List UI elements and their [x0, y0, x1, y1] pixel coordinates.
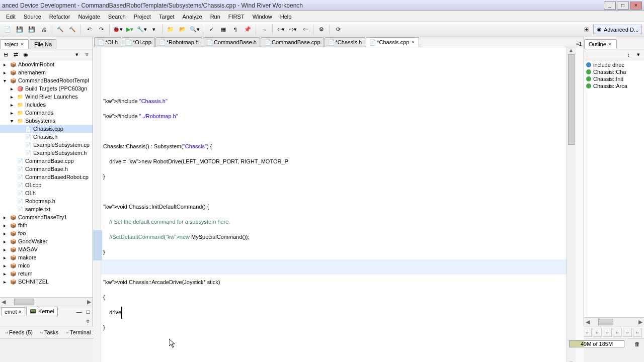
expand-icon[interactable] — [16, 149, 23, 156]
tree-item[interactable]: ▸📦return — [0, 269, 93, 278]
tree-item[interactable]: ▸📦makore — [0, 253, 93, 261]
tree-item[interactable]: ▸📁Includes — [0, 101, 93, 109]
editor-tab[interactable]: 📄*Chassis.h — [325, 37, 366, 47]
first-icon[interactable]: ⚙ — [316, 24, 327, 35]
expand-icon[interactable]: ▸ — [1, 222, 8, 229]
save-all-icon[interactable]: 💾 — [26, 24, 37, 35]
maximize-view-icon[interactable]: □ — [84, 307, 93, 316]
view-menu-icon[interactable]: ▿ — [84, 317, 93, 326]
expand-icon[interactable] — [8, 190, 15, 197]
code-editor[interactable]: "kw">#include "Chassis.h" "kw">#include … — [101, 47, 567, 362]
tree-item[interactable]: 📄Robotmap.h — [0, 197, 93, 205]
max-icon[interactable]: ▫ — [583, 328, 592, 337]
run-icon[interactable]: ▶▾ — [124, 24, 135, 35]
overview-ruler[interactable] — [575, 47, 584, 362]
print-icon[interactable]: 🖨 — [38, 24, 49, 35]
tree-item[interactable]: 📄OI.cpp — [0, 181, 93, 189]
editor-scroll-v[interactable]: ▲ ▼ — [567, 47, 575, 362]
sort-icon[interactable]: ↕ — [624, 50, 633, 59]
menu-edit[interactable]: Edit — [2, 13, 20, 21]
expand-icon[interactable]: ▸ — [1, 230, 8, 237]
expand-icon[interactable] — [16, 125, 23, 132]
close-button[interactable]: × — [630, 2, 642, 10]
outline-item[interactable]: Chassis::Arca — [585, 82, 643, 89]
menu-project[interactable]: Project — [130, 13, 155, 21]
memory-indicator[interactable]: 49M of 185M — [569, 340, 624, 347]
menu-window[interactable]: Window — [249, 13, 276, 21]
expand-icon[interactable]: ▸ — [8, 101, 15, 108]
build-all-icon[interactable]: 🔨 — [67, 24, 78, 35]
expand-icon[interactable]: ▸ — [1, 278, 8, 285]
tree-item[interactable]: 📄CommandBase.cpp — [0, 157, 93, 165]
menu-icon[interactable]: ▿ — [83, 50, 92, 59]
tree-item[interactable]: ▸📦GoodWaiter — [0, 237, 93, 245]
expand-icon[interactable]: ▸ — [1, 214, 8, 221]
menu-target[interactable]: Target — [155, 13, 179, 21]
tree-item[interactable]: 📄CommandBase.h — [0, 165, 93, 173]
outline-list[interactable]: include direcChassis::ChaChassis::InitCh… — [584, 60, 644, 317]
build-icon[interactable]: 🔨 — [55, 24, 66, 35]
editor-tab[interactable]: 📄*Robotmap.h — [155, 37, 202, 47]
tree-item[interactable]: 📄Chassis.h — [0, 133, 93, 141]
expand-icon[interactable]: ▸ — [8, 109, 15, 116]
expand-icon[interactable] — [8, 182, 15, 189]
menu-source[interactable]: Source — [20, 13, 45, 21]
tree-item[interactable]: ▸📦MAGAV — [0, 245, 93, 253]
menu-navigate[interactable]: Navigate — [74, 13, 104, 21]
expand-icon[interactable] — [8, 173, 15, 180]
tab-file-navigator[interactable]: File Na — [30, 39, 56, 49]
new-connection-icon[interactable]: 📁 — [165, 24, 176, 35]
tab-project-explorer[interactable]: roject × — [0, 39, 29, 49]
save-icon[interactable]: 💾 — [14, 24, 25, 35]
menu-search[interactable]: Search — [104, 13, 130, 21]
expand-icon[interactable] — [16, 141, 23, 148]
menu-run[interactable]: Run — [206, 13, 224, 21]
bottom-tab[interactable]: ▫Tasks — [37, 328, 62, 337]
perspective-button[interactable]: ◉ Advanced D... — [593, 25, 642, 34]
search-icon[interactable]: 🔍▾ — [189, 24, 200, 35]
open-type-icon[interactable]: 📂 — [177, 24, 188, 35]
nav-forward-icon[interactable]: ⇨▾ — [287, 24, 298, 35]
expand-icon[interactable]: ▸ — [1, 238, 8, 245]
expand-icon[interactable]: ▸ — [1, 254, 8, 261]
nav-back-icon[interactable]: ⇦▾ — [275, 24, 286, 35]
close-icon[interactable]: × — [20, 42, 24, 47]
tree-item[interactable]: ▸📦AboovimRobot — [0, 60, 93, 68]
tree-item[interactable]: ▸📦foo — [0, 229, 93, 237]
outline-scroll-h[interactable]: ◀ ▶ — [584, 317, 644, 326]
collapse-all-icon[interactable]: ⊟ — [1, 50, 10, 59]
menu-refactor[interactable]: Refactor — [45, 13, 74, 21]
hide-fields-icon[interactable]: ▾ — [634, 50, 643, 59]
focus-icon[interactable]: ◉ — [21, 50, 30, 59]
profile-icon[interactable]: ▾ — [148, 24, 159, 35]
expand-icon[interactable] — [16, 133, 23, 140]
outline-item[interactable]: include direc — [585, 61, 643, 68]
tree-item[interactable]: ▸📦ahemahem — [0, 68, 93, 76]
tab-outline[interactable]: Outline × — [584, 39, 617, 49]
expand-icon[interactable]: ▾ — [1, 77, 8, 84]
toggle-mark-icon[interactable]: ✓ — [206, 24, 217, 35]
tree-scroll-h[interactable]: ◀ ▶ — [0, 297, 93, 306]
expand-icon[interactable]: ▾ — [8, 117, 15, 124]
editor-tab[interactable]: 📄*OI.cpp — [122, 37, 155, 47]
open-perspective-icon[interactable]: ⊞ — [581, 24, 592, 35]
tree-item[interactable]: 📄OI.h — [0, 189, 93, 197]
editor-tab[interactable]: 📄*OI.h — [94, 37, 121, 47]
expand-icon[interactable] — [8, 206, 15, 213]
tree-item[interactable]: ▸📁Commands — [0, 109, 93, 117]
toggle-block-icon[interactable]: ▦ — [218, 24, 229, 35]
undo-icon[interactable]: ↶ — [84, 24, 95, 35]
menu-help[interactable]: Help — [276, 13, 296, 21]
expand-icon[interactable]: ▸ — [1, 270, 8, 277]
close-icon[interactable]: × — [411, 40, 415, 45]
editor-tab[interactable]: 📄CommandBase.h — [203, 37, 260, 47]
editor-tab[interactable]: 📄CommandBase.cpp — [261, 37, 324, 47]
redo-icon[interactable]: ↷ — [96, 24, 107, 35]
menu-first[interactable]: FIRST — [224, 13, 249, 21]
expand-icon[interactable] — [8, 198, 15, 205]
close-icon[interactable]: × — [608, 42, 612, 47]
tree-item[interactable]: ▸🎯Build Targets (PPC603gn — [0, 84, 93, 93]
expand-icon[interactable]: ▸ — [1, 69, 8, 76]
editor-tab[interactable]: 📄*Chassis.cpp× — [366, 37, 419, 47]
filter-icon[interactable]: ▾ — [72, 50, 82, 59]
